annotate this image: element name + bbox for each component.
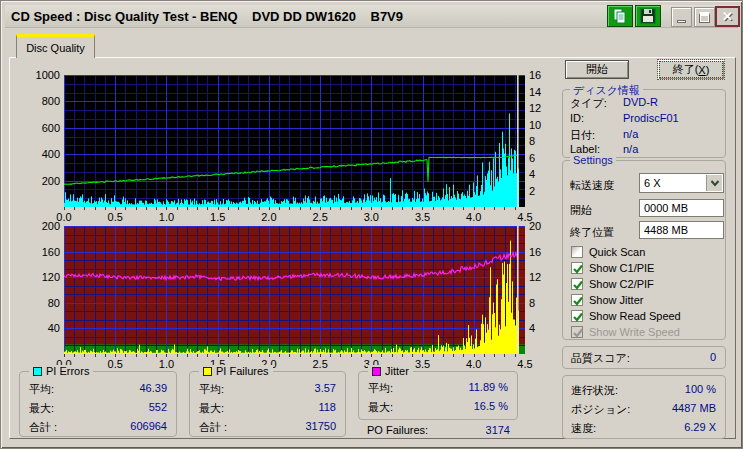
checkbox-label: Show Write Speed bbox=[589, 326, 680, 338]
axis-tick-label: 1000 bbox=[36, 69, 60, 81]
tab-page: 1000800600400200 161412108642 0.00.51.01… bbox=[9, 57, 736, 439]
top-chart-right-axis: 161412108642 bbox=[529, 75, 555, 207]
window-title: CD Speed : Disc Quality Test - BENQ DVD … bbox=[11, 9, 403, 24]
axis-tick-label: 2 bbox=[529, 185, 535, 197]
maximize-button[interactable] bbox=[694, 7, 715, 27]
checkbox-show-jitter[interactable]: Show Jitter bbox=[571, 293, 643, 307]
axis-tick-label: 10 bbox=[529, 119, 541, 131]
unchecked-checkbox-icon bbox=[571, 246, 583, 258]
axis-tick-label: 12 bbox=[529, 102, 541, 114]
axis-tick-label: 800 bbox=[42, 95, 60, 107]
minimize-icon bbox=[677, 20, 686, 23]
save-icon[interactable] bbox=[635, 5, 661, 27]
checkbox-label: Show Jitter bbox=[589, 294, 643, 306]
checkbox-show-c2-pif[interactable]: Show C2/PIF bbox=[571, 277, 654, 291]
start-pos-label: 開始 bbox=[570, 203, 592, 218]
disc-date-label: 日付: bbox=[570, 128, 595, 143]
checkbox-label: Show Read Speed bbox=[589, 310, 681, 322]
checked-checkbox-icon bbox=[571, 278, 583, 290]
pi-failures-avg: 3.57 bbox=[315, 382, 336, 394]
settings-title: Settings bbox=[570, 154, 616, 166]
disc-type-value: DVD-R bbox=[623, 96, 658, 108]
axis-tick-label: 14 bbox=[529, 86, 541, 98]
tab-disc-quality[interactable]: Disc Quality bbox=[16, 34, 95, 58]
end-pos-value: 4488 MB bbox=[644, 224, 688, 236]
axis-tick-label: 3.5 bbox=[415, 211, 430, 223]
speed-label: 転送速度 bbox=[570, 178, 614, 193]
speed-select[interactable]: 6 X bbox=[639, 173, 724, 193]
checkbox-show-read-speed[interactable]: Show Read Speed bbox=[571, 309, 681, 323]
axis-tick-label: 200 bbox=[42, 175, 60, 187]
axis-tick-label: 1.5 bbox=[210, 211, 225, 223]
top-chart-x-ticks bbox=[64, 207, 525, 210]
quality-score-label: 品質スコア: bbox=[571, 351, 630, 366]
checkbox-show-write-speed: Show Write Speed bbox=[571, 325, 680, 339]
end-pos-input[interactable]: 4488 MB bbox=[639, 221, 724, 239]
axis-tick-label: 120 bbox=[42, 271, 60, 283]
disc-id-label: ID: bbox=[570, 112, 584, 124]
exit-button-label: 終了( bbox=[673, 62, 699, 77]
jitter-avg: 11.89 % bbox=[468, 381, 508, 393]
disc-info-group: ディスク情報 タイプ: DVD-R ID: ProdiscF01 日付: n/a… bbox=[562, 89, 726, 158]
start-pos-input[interactable]: 0000 MB bbox=[639, 199, 724, 217]
pi-errors-stats-box: PI Errors 平均: 46.39 最大: 552 合計 : 606964 bbox=[19, 371, 177, 437]
pi-failures-legend-swatch bbox=[203, 367, 212, 376]
checkbox-show-c1-pie[interactable]: Show C1/PIE bbox=[571, 261, 654, 275]
settings-group: Settings 転送速度 6 X 開始 0000 MB 終了位置 4488 M… bbox=[562, 160, 726, 340]
exit-button[interactable]: 終了(X) bbox=[657, 59, 725, 80]
axis-tick-label: 0.5 bbox=[108, 358, 123, 370]
minimize-button[interactable] bbox=[671, 7, 692, 27]
floppy-disk-icon bbox=[640, 8, 656, 24]
axis-tick-label: 3.5 bbox=[415, 358, 430, 370]
copy-icon[interactable] bbox=[607, 5, 633, 27]
axis-tick-label: 200 bbox=[42, 220, 60, 232]
pi-errors-legend-swatch bbox=[33, 367, 42, 376]
chevron-down-icon[interactable] bbox=[706, 175, 722, 191]
checkbox-label: Show C1/PIE bbox=[589, 262, 654, 274]
disc-type-label: タイプ: bbox=[570, 96, 607, 111]
axis-tick-label: 4.0 bbox=[466, 211, 481, 223]
bottom-chart-x-axis: 0.00.51.01.52.02.53.03.54.04.5 bbox=[64, 358, 525, 371]
axis-tick-label: 4.0 bbox=[466, 358, 481, 370]
jitter-pi-failures-chart: 2001601208040 20161284 0.00.51.01.52.02.… bbox=[64, 226, 525, 354]
quality-score-value: 0 bbox=[710, 351, 716, 363]
tab-label: Disc Quality bbox=[26, 42, 85, 54]
axis-tick-label: 600 bbox=[42, 122, 60, 134]
progress-value: 100 % bbox=[685, 383, 716, 395]
read-speed-pi-errors-chart: 1000800600400200 161412108642 0.00.51.01… bbox=[64, 75, 525, 207]
start-pos-value: 0000 MB bbox=[644, 202, 688, 214]
bottom-chart-left-axis: 2001601208040 bbox=[28, 226, 60, 354]
checked-checkbox-icon bbox=[571, 326, 583, 338]
speed-value: 6 X bbox=[644, 177, 661, 189]
axis-tick-label: 4.5 bbox=[517, 358, 532, 370]
close-button[interactable]: ✕ bbox=[715, 6, 740, 27]
top-chart-plot bbox=[64, 75, 525, 207]
bottom-chart-plot bbox=[64, 226, 525, 354]
axis-tick-label: 1.0 bbox=[159, 211, 174, 223]
pi-failures-legend-label: PI Failures bbox=[216, 365, 269, 377]
axis-tick-label: 20 bbox=[529, 220, 541, 232]
progress-group: 進行状況: 100 % ポジション: 4487 MB 速度: 6.29 X bbox=[562, 375, 726, 439]
axis-tick-label: 8 bbox=[529, 135, 535, 147]
progress-label: 進行状況: bbox=[571, 383, 618, 398]
copy-pages-icon bbox=[612, 8, 628, 24]
checkbox-label: Quick Scan bbox=[589, 246, 645, 258]
start-button[interactable]: 開始 bbox=[565, 60, 629, 79]
jitter-max: 16.5 % bbox=[474, 400, 508, 412]
app-window: CD Speed : Disc Quality Test - BENQ DVD … bbox=[0, 0, 743, 449]
start-button-label: 開始 bbox=[586, 62, 608, 77]
jitter-stats-box: Jitter 平均: 11.89 % 最大: 16.5 % bbox=[358, 371, 518, 420]
pi-failures-stats-box: PI Failures 平均: 3.57 最大: 118 合計 : 31750 bbox=[189, 371, 346, 437]
checkbox-label: Show C2/PIF bbox=[589, 278, 654, 290]
checkbox-quick-scan[interactable]: Quick Scan bbox=[571, 245, 645, 259]
position-value: 4487 MB bbox=[672, 402, 716, 414]
axis-tick-label: 6 bbox=[529, 152, 535, 164]
axis-tick-label: 1.0 bbox=[159, 358, 174, 370]
axis-tick-label: 4 bbox=[529, 322, 535, 334]
axis-tick-label: 40 bbox=[48, 322, 60, 334]
pi-errors-max: 552 bbox=[149, 401, 167, 413]
top-chart-left-axis: 1000800600400200 bbox=[28, 75, 60, 207]
bottom-chart-x-ticks bbox=[64, 354, 525, 357]
jitter-legend-label: Jitter bbox=[385, 365, 409, 377]
checked-checkbox-icon bbox=[571, 262, 583, 274]
